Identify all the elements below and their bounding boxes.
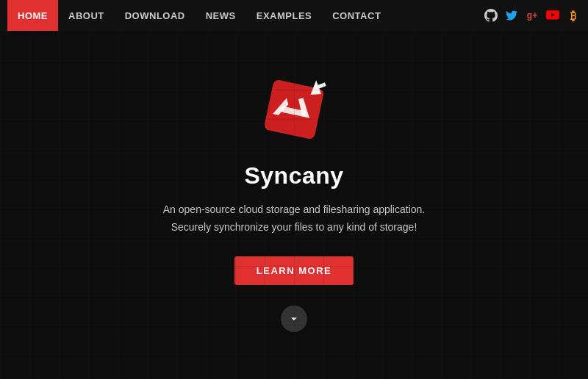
navbar: HOME ABOUT DOWNLOAD NEWS EXAMPLES CONTAC… (0, 0, 588, 31)
nav-home[interactable]: HOME (7, 0, 58, 31)
scroll-down-button[interactable] (281, 306, 307, 332)
nav-news[interactable]: NEWS (196, 0, 246, 31)
google-plus-icon[interactable]: g+ (525, 8, 539, 23)
app-title: Syncany (244, 162, 343, 190)
nav-download[interactable]: DOWNLOAD (115, 0, 196, 31)
app-description: An open-source cloud storage and filesha… (163, 201, 425, 237)
hero-section: Syncany An open-source cloud storage and… (0, 31, 588, 379)
learn-more-button[interactable]: LEARN MORE (234, 256, 354, 285)
youtube-icon[interactable] (545, 8, 560, 23)
nav-social: g+ ₿ (484, 8, 581, 23)
twitter-icon[interactable] (504, 8, 519, 23)
nav-examples[interactable]: EXAMPLES (246, 0, 323, 31)
app-logo (261, 78, 327, 151)
github-icon[interactable] (484, 8, 498, 23)
nav-about[interactable]: ABOUT (58, 0, 115, 31)
nav-links: HOME ABOUT DOWNLOAD NEWS EXAMPLES CONTAC… (7, 0, 391, 31)
bitcoin-icon[interactable]: ₿ (566, 8, 581, 23)
nav-contact[interactable]: CONTACT (322, 0, 391, 31)
